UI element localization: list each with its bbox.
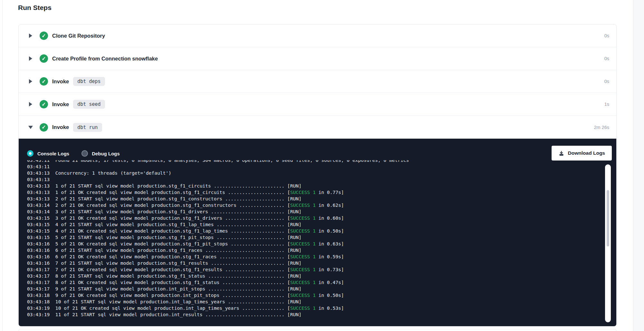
caret-right-icon[interactable] [29,56,33,61]
log-line: 03:43:15 4 of 21 START sql view model pr… [27,221,602,228]
log-line: 03:43:18 9 of 21 OK created sql view mod… [27,292,602,299]
log-line: 03:43:13 Concurrency: 1 threads (target=… [27,170,602,176]
step-duration: 0s [604,79,616,84]
log-line: 03:43:17 7 of 21 OK created sql view mod… [27,266,602,273]
caret-shape [29,56,32,61]
caret-right-icon[interactable] [29,79,33,84]
right-page-rail [633,0,644,331]
caret-right-icon[interactable] [29,33,33,38]
run-steps-list: ✓Clone Git Repository0s✓Create Profile f… [19,24,616,139]
log-scrollbar-track[interactable] [605,164,611,322]
log-line: 03:43:15 5 of 21 START sql view model pr… [27,234,602,241]
next-section-top-edge [18,329,617,331]
log-line: 03:43:15 4 of 21 OK created sql view mod… [27,228,602,234]
debug-logs-label: Debug Logs [92,151,120,156]
log-line: 03:43:19 10 of 21 OK created sql view mo… [27,305,602,311]
success-check-icon: ✓ [40,77,48,86]
page-title: Run Steps [18,4,52,12]
log-line: 03:43:16 6 of 21 OK created sql view mod… [27,253,602,260]
step-duration: 1s [604,102,616,107]
left-panel-divider [2,0,3,331]
log-type-radio-group: Console Logs Debug Logs [27,150,120,157]
console-logs-label: Console Logs [37,151,69,156]
step-row-2[interactable]: ✓Invokedbt deps0s [19,70,616,93]
log-line: 03:43:13 1 of 21 START sql view model pr… [27,183,602,189]
command-pill: dbt seed [73,100,105,109]
step-row-4[interactable]: ✓Invokedbt run2m 26s [19,116,616,139]
log-line: 03:43:11 [27,163,602,170]
step-duration: 0s [604,33,616,38]
log-line: 03:43:16 5 of 21 OK created sql view mod… [27,241,602,247]
log-lines: 03:43:11 Found 21 models, 17 tests, 0 sn… [27,160,602,317]
download-logs-label: Download Logs [568,150,605,156]
log-line: 03:43:17 9 of 21 START sql view model pr… [27,286,602,292]
log-line: 03:43:13 [27,176,602,183]
log-line: 03:43:14 2 of 21 OK created sql view mod… [27,202,602,208]
step-row-1[interactable]: ✓Create Profile from Connection snowflak… [19,47,616,70]
success-check-icon: ✓ [40,32,48,40]
caret-down-icon[interactable] [29,126,33,129]
caret-shape [29,33,32,38]
radio-selected-icon[interactable] [27,150,33,157]
log-line: 03:43:13 1 of 21 OK created sql view mod… [27,189,602,196]
debug-logs-radio[interactable]: Debug Logs [81,150,120,157]
command-pill: dbt deps [73,77,105,86]
step-label: Create Profile from Connection snowflake [52,56,158,62]
console-logs-radio[interactable]: Console Logs [27,150,69,157]
step-label: Invoke [52,78,69,85]
step-label: Clone Git Repository [52,33,105,39]
log-line: 03:43:16 6 of 21 START sql view model pr… [27,247,602,253]
success-check-icon: ✓ [40,123,48,132]
log-line: 03:43:19 11 of 21 START sql view model p… [27,311,602,317]
caret-shape [29,79,32,84]
step-label: Invoke [52,101,69,107]
log-line: 03:43:14 3 of 21 START sql view model pr… [27,208,602,215]
step-duration: 2m 26s [594,125,616,130]
caret-shape [29,102,32,106]
step-label: Invoke [52,124,69,130]
success-check-icon: ✓ [40,54,48,63]
log-viewport: 03:43:11 Found 21 models, 17 tests, 0 sn… [27,160,602,317]
log-line: 03:43:17 8 of 21 OK created sql view mod… [27,279,602,286]
command-pill: dbt run [73,123,102,132]
download-logs-button[interactable]: Download Logs [552,146,612,161]
radio-unselected-icon[interactable] [81,150,88,157]
log-line: 03:43:15 3 of 21 OK created sql view mod… [27,215,602,221]
log-line: 03:43:18 10 of 21 START sql view model p… [27,299,602,305]
step-duration: 0s [604,56,616,61]
step-row-0[interactable]: ✓Clone Git Repository0s [19,24,616,47]
console-log-panel: Console Logs Debug Logs Download Logs 03… [19,139,616,326]
run-steps-card: ✓Clone Git Repository0s✓Create Profile f… [18,24,617,326]
log-line: 03:43:13 2 of 21 START sql view model pr… [27,196,602,202]
log-line: 03:43:17 8 of 21 START sql view model pr… [27,273,602,279]
log-line: 03:43:11 Found 21 models, 17 tests, 0 sn… [27,160,602,163]
log-scrollbar-thumb[interactable] [607,190,609,246]
caret-shape [28,126,33,129]
download-icon [558,150,564,156]
step-row-3[interactable]: ✓Invokedbt seed1s [19,93,616,116]
success-check-icon: ✓ [40,100,48,108]
log-line: 03:43:16 7 of 21 START sql view model pr… [27,260,602,266]
caret-right-icon[interactable] [29,102,33,106]
